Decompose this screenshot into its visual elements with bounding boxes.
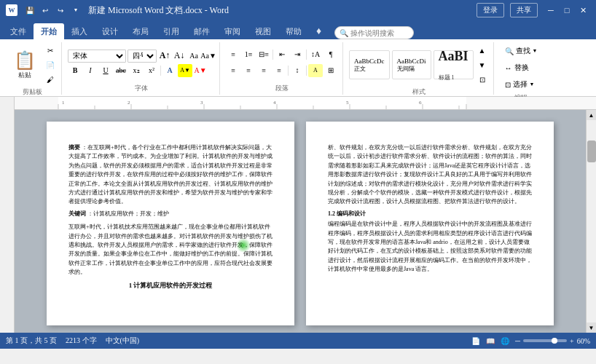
paste-button[interactable]: 📋 粘贴: [7, 46, 42, 84]
increase-font-button[interactable]: A↑: [158, 50, 171, 63]
title-bar: W 💾 ↩ ↪ ▼ 新建 Microsoft Word 文档.docx - Wo…: [0, 0, 596, 20]
tab-extra[interactable]: ♦: [309, 23, 329, 39]
quick-customize[interactable]: ▼: [69, 4, 82, 17]
tab-layout[interactable]: 布局: [125, 23, 156, 39]
sort-button[interactable]: ↕A: [308, 48, 323, 61]
share-button[interactable]: 共享: [510, 3, 538, 17]
shading-button[interactable]: A: [308, 64, 323, 77]
style-heading1[interactable]: AaBI 标题 1: [434, 50, 474, 79]
tab-references[interactable]: 引用: [156, 23, 187, 39]
maximize-button[interactable]: □: [560, 4, 574, 17]
main-area: 摘要 ：在互联网+时代，各个行业在工作中都利用计算机软件解决实际问题，大大提高了…: [0, 110, 596, 333]
select-button[interactable]: ⊡ 选择 ▼: [500, 77, 543, 92]
line-spacing-button[interactable]: ↕: [290, 64, 305, 77]
decrease-font-button[interactable]: A↓: [173, 50, 186, 63]
style-more[interactable]: ⊡: [476, 73, 489, 86]
font-controls: 宋体 四号 A↑ A↓ Aa Aa▼ B I U abc x₂ x²: [68, 44, 215, 82]
tab-file[interactable]: 文件: [3, 23, 34, 39]
section-title-1: 1 计算机应用软件的开发过程: [68, 281, 272, 291]
svg-text:2: 2: [128, 100, 130, 106]
copy-button[interactable]: 📄: [44, 58, 57, 71]
zoom-slider[interactable]: [523, 339, 567, 342]
find-button[interactable]: 🔍 查找 ▼: [500, 44, 543, 58]
tab-home[interactable]: 开始: [34, 23, 64, 39]
zoom-in-button[interactable]: +: [570, 337, 574, 345]
select-label: 选择: [513, 79, 528, 90]
tab-help[interactable]: 帮助: [278, 23, 309, 39]
word-icon: W: [6, 4, 17, 16]
clear-format-button[interactable]: Aa: [187, 50, 200, 63]
clipboard-content: 📋 粘贴 ✂ 📄 🖌: [7, 44, 57, 86]
italic-button[interactable]: I: [83, 64, 98, 77]
numbering-button[interactable]: 1≡: [241, 48, 256, 61]
para-sep-2: [306, 50, 307, 60]
replace-button[interactable]: ↔ 替换: [500, 60, 543, 75]
strikethrough-button[interactable]: abc: [114, 64, 128, 77]
change-case-button[interactable]: Aa▼: [202, 50, 215, 63]
subscript-button[interactable]: x₂: [129, 64, 144, 77]
quick-undo[interactable]: ↩: [39, 4, 52, 17]
scroll-thumb[interactable]: [587, 141, 596, 162]
style-no-spacing[interactable]: AaBbCcDi无间隔: [392, 50, 431, 79]
view-read-icon[interactable]: 📖: [486, 337, 495, 345]
window-controls: ─ □ ✕: [544, 4, 590, 17]
multilevel-button[interactable]: ⊟≡: [256, 48, 271, 61]
view-web-icon[interactable]: 🌐: [501, 337, 509, 345]
tab-design[interactable]: 设计: [95, 23, 125, 39]
superscript-button[interactable]: x²: [144, 64, 159, 77]
search-box[interactable]: 🔍: [334, 26, 414, 39]
font-name-select[interactable]: 宋体: [68, 50, 126, 63]
align-center-button[interactable]: ≡: [241, 64, 256, 77]
format-painter-button[interactable]: 🖌: [44, 73, 57, 86]
search-input[interactable]: [350, 29, 409, 37]
style-scroll-down[interactable]: ▼: [476, 58, 489, 71]
show-formatting-button[interactable]: ¶: [324, 48, 338, 61]
tab-insert[interactable]: 插入: [64, 23, 95, 39]
subsection-title-1: 1.2 编码和设计: [328, 210, 532, 218]
decrease-indent-button[interactable]: ⇤: [275, 48, 289, 61]
tab-view[interactable]: 视图: [248, 23, 278, 39]
document-container[interactable]: 摘要 ：在互联网+时代，各个行业在工作中都利用计算机软件解决实际问题，大大提高了…: [15, 110, 586, 333]
vertical-scrollbar-left: [0, 110, 15, 333]
increase-indent-button[interactable]: ⇥: [290, 48, 305, 61]
svg-rect-0: [58, 97, 466, 109]
quick-redo[interactable]: ↪: [54, 4, 67, 17]
highlight-button[interactable]: A▼: [178, 64, 192, 77]
login-button[interactable]: 登录: [477, 3, 504, 17]
style-normal[interactable]: AaBbCcDc正文: [349, 50, 390, 79]
align-left-button[interactable]: ≡: [226, 64, 240, 77]
underline-button[interactable]: U: [98, 64, 113, 77]
find-icon: 🔍: [505, 47, 514, 55]
close-button[interactable]: ✕: [576, 4, 590, 17]
page-2-content: 析、软件规划，在双方充分统一以后进行软件需求分析、软件规划，在双方充分统一以后，…: [328, 143, 532, 274]
justify-button[interactable]: ≡: [272, 64, 286, 77]
zoom-out-button[interactable]: ─: [515, 337, 520, 345]
styles-label: 样式: [412, 86, 426, 97]
borders-button[interactable]: ⊞: [324, 64, 338, 77]
cut-button[interactable]: ✂: [44, 44, 57, 57]
align-right-button[interactable]: ≡: [256, 64, 271, 77]
bold-button[interactable]: B: [68, 64, 82, 77]
style-scroll-up[interactable]: ▲: [476, 44, 489, 57]
scroll-track[interactable]: [587, 120, 596, 323]
tab-review[interactable]: 审阅: [217, 23, 248, 39]
quick-save[interactable]: 💾: [23, 4, 36, 17]
find-chevron: ▼: [533, 48, 538, 54]
page-2[interactable]: 析、软件规划，在双方充分统一以后进行软件需求分析、软件规划，在双方充分统一以后，…: [306, 122, 554, 325]
bullets-button[interactable]: ≡: [226, 48, 240, 61]
minimize-button[interactable]: ─: [544, 4, 558, 17]
scroll-down-button[interactable]: ▼: [587, 323, 597, 333]
text-effects-button[interactable]: A: [162, 64, 177, 77]
font-size-select[interactable]: 四号: [128, 50, 157, 63]
editing-group: 🔍 查找 ▼ ↔ 替换 ⊡ 选择 ▼ 编辑: [495, 42, 547, 95]
para-sep-3: [288, 66, 289, 76]
status-left: 第 1 页，共 5 页 2213 个字 中文(中国): [6, 336, 139, 346]
ribbon-content: 📋 粘贴 ✂ 📄 🖌 剪贴板 宋体 四号: [0, 39, 596, 96]
scroll-up-button[interactable]: ▲: [587, 110, 597, 120]
view-normal-icon[interactable]: 📄: [471, 337, 480, 345]
page-1[interactable]: 摘要 ：在互联网+时代，各个行业在工作中都利用计算机软件解决实际问题，大大提高了…: [47, 122, 294, 325]
font-color-button[interactable]: A▼: [193, 64, 208, 77]
clipboard-group: 📋 粘贴 ✂ 📄 🖌 剪贴板: [3, 42, 62, 95]
window-title: 新建 Microsoft Word 文档.docx - Word: [88, 4, 229, 17]
tab-mailings[interactable]: 邮件: [187, 23, 217, 39]
